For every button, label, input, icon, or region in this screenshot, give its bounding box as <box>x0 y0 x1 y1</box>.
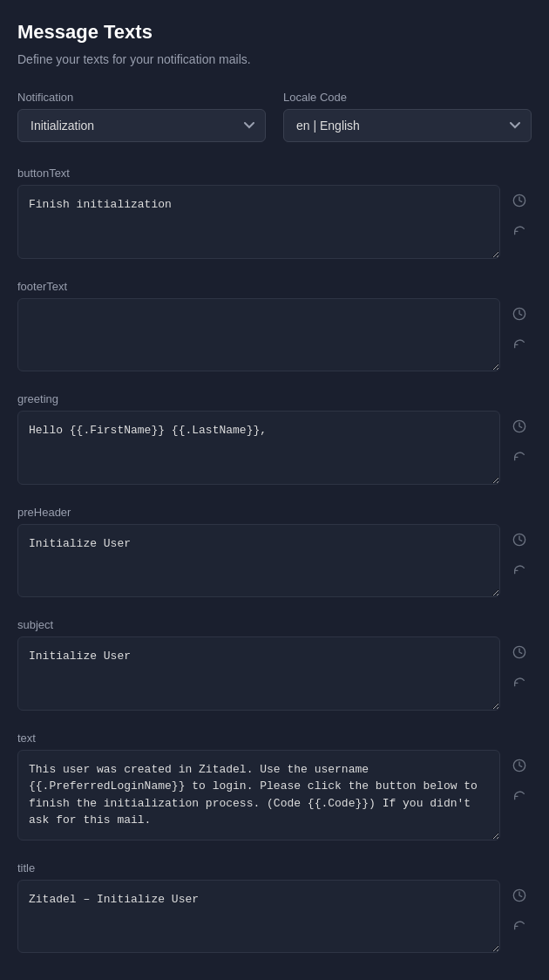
text-row: This user was created in Zitadel. Use th… <box>17 750 532 844</box>
page-title: Message Texts <box>17 21 532 44</box>
pre-header-icons <box>507 524 532 582</box>
button-text-reset-btn[interactable] <box>507 218 532 242</box>
subject-row: Initialize User <box>17 636 532 714</box>
button-text-row: Finish initialization <box>17 185 532 262</box>
dropdowns-row: Notification Initialization Password Res… <box>17 91 532 142</box>
greeting-wrapper: Hello {{.FirstName}} {{.LastName}}, <box>17 411 500 488</box>
text-reset-btn[interactable] <box>507 783 532 807</box>
pre-header-section: preHeader Initialize User <box>17 506 532 602</box>
pre-header-row: Initialize User <box>17 524 532 602</box>
subject-reset-btn[interactable] <box>507 670 532 694</box>
subject-history-btn[interactable] <box>507 640 532 664</box>
pre-header-history-btn[interactable] <box>507 527 532 552</box>
title-row: Zitadel – Initialize User <box>17 880 532 957</box>
button-text-input[interactable]: Finish initialization <box>17 185 500 259</box>
greeting-reset-btn[interactable] <box>507 444 532 468</box>
footer-text-history-btn[interactable] <box>507 302 532 326</box>
text-history-btn[interactable] <box>507 753 532 778</box>
greeting-history-btn[interactable] <box>507 414 532 439</box>
pre-header-reset-btn[interactable] <box>507 557 532 582</box>
subject-section: subject Initialize User <box>17 618 532 714</box>
notification-label: Notification <box>17 91 266 104</box>
title-wrapper: Zitadel – Initialize User <box>17 880 500 957</box>
title-reset-btn[interactable] <box>507 913 532 937</box>
text-section: text This user was created in Zitadel. U… <box>17 732 532 844</box>
subject-icons <box>507 636 532 694</box>
button-text-label: buttonText <box>17 167 532 180</box>
footer-text-input[interactable] <box>17 298 500 372</box>
greeting-icons <box>507 411 532 468</box>
title-section: title Zitadel – Initialize User <box>17 861 532 957</box>
greeting-label: greeting <box>17 392 532 405</box>
text-input[interactable]: This user was created in Zitadel. Use th… <box>17 750 500 840</box>
title-history-btn[interactable] <box>507 883 532 908</box>
title-icons <box>507 880 532 937</box>
title-input[interactable]: Zitadel – Initialize User <box>17 880 500 954</box>
notification-select[interactable]: Initialization Password Reset Email Veri… <box>17 109 266 142</box>
pre-header-wrapper: Initialize User <box>17 524 500 602</box>
button-text-section: buttonText Finish initialization <box>17 167 532 262</box>
button-text-icons <box>507 185 532 242</box>
greeting-input[interactable]: Hello {{.FirstName}} {{.LastName}}, <box>17 411 500 485</box>
pre-header-input[interactable]: Initialize User <box>17 524 500 598</box>
text-wrapper: This user was created in Zitadel. Use th… <box>17 750 500 844</box>
title-label: title <box>17 861 532 875</box>
page-subtitle: Define your texts for your notification … <box>17 52 532 66</box>
greeting-row: Hello {{.FirstName}} {{.LastName}}, <box>17 411 532 488</box>
notification-dropdown-group: Notification Initialization Password Res… <box>17 91 266 142</box>
subject-wrapper: Initialize User <box>17 636 500 714</box>
footer-text-wrapper <box>17 298 500 376</box>
button-text-wrapper: Finish initialization <box>17 185 500 262</box>
footer-text-section: footerText <box>17 280 532 376</box>
text-label: text <box>17 732 532 745</box>
footer-text-icons <box>507 298 532 356</box>
footer-text-row <box>17 298 532 376</box>
button-text-history-btn[interactable] <box>507 188 532 213</box>
greeting-section: greeting Hello {{.FirstName}} {{.LastNam… <box>17 392 532 488</box>
locale-select[interactable]: en | English de | German fr | French es … <box>283 109 532 142</box>
pre-header-label: preHeader <box>17 506 532 519</box>
subject-label: subject <box>17 618 532 631</box>
locale-dropdown-group: Locale Code en | English de | German fr … <box>283 91 532 142</box>
footer-text-reset-btn[interactable] <box>507 331 532 356</box>
subject-input[interactable]: Initialize User <box>17 636 500 711</box>
footer-text-label: footerText <box>17 280 532 293</box>
text-icons <box>507 750 532 807</box>
locale-label: Locale Code <box>283 91 532 104</box>
